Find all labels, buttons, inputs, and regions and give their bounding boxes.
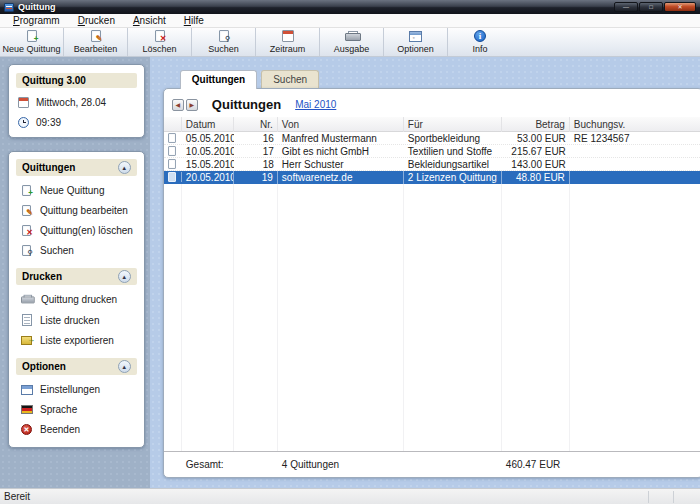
document-search-icon: ⚲ (20, 245, 33, 256)
sidebar-item-suchen[interactable]: ⚲ Suchen (20, 245, 133, 256)
menu-programm[interactable]: Programm (4, 15, 69, 26)
window-title: Quittung (18, 2, 56, 12)
column-buchungsv[interactable]: Buchungsv. (570, 117, 700, 132)
next-period-button[interactable]: ▶ (186, 99, 198, 111)
printer-icon (345, 30, 359, 43)
maximize-button[interactable]: □ (639, 2, 663, 12)
column-icon (164, 117, 182, 132)
status-bar: Bereit (0, 488, 700, 504)
menu-hilfe[interactable]: Hilfe (175, 15, 213, 26)
german-flag-icon (20, 405, 33, 414)
printer-icon (20, 294, 34, 305)
main-area: Quittungen Suchen ◀ ▶ Quittungen Mai 201… (150, 57, 700, 488)
document-plus-icon: + (20, 185, 33, 196)
window-controls: — □ ✕ (614, 2, 696, 12)
total-amount: 460.47 EUR (502, 459, 570, 470)
column-fuer[interactable]: Für (404, 117, 502, 132)
receipt-count: 4 Quittungen (278, 459, 404, 470)
options-window-icon (409, 30, 423, 43)
navigation-panel: Quittungen ▲ + Neue Quittung ✎ Quittung … (8, 151, 145, 448)
content-area: Quittung 3.00 Mittwoch, 28.04 09:39 Quit… (0, 57, 700, 488)
document-plus-icon: + (25, 30, 39, 43)
sidebar-item-sprache[interactable]: Sprache (20, 404, 133, 415)
group-drucken: Drucken ▲ Quittung drucken Liste drucken… (16, 268, 137, 346)
toolbar: + Neue Quittung ✎ Bearbeiten ✕ Löschen ⚲… (0, 28, 700, 57)
period-link[interactable]: Mai 2010 (295, 99, 336, 110)
column-datum[interactable]: Datum (182, 117, 234, 132)
tab-suchen[interactable]: Suchen (261, 70, 319, 89)
sidebar-item-einstellungen[interactable]: Einstellungen (20, 384, 133, 395)
panel-title: Quittungen (212, 97, 281, 112)
table-row[interactable]: 10.05.2010 17 Gibt es nicht GmbH Textili… (164, 145, 700, 158)
table-footer: Gesamt: 4 Quittungen 460.47 EUR (164, 451, 700, 477)
column-betrag[interactable]: Betrag (502, 117, 570, 132)
collapse-button[interactable]: ▲ (118, 270, 131, 283)
app-icon (4, 3, 14, 12)
toolbar-output-button[interactable]: Ausgabe (320, 28, 384, 56)
document-search-icon: ⚲ (217, 30, 231, 43)
calendar-icon (18, 97, 29, 108)
previous-period-button[interactable]: ◀ (172, 99, 184, 111)
info-panel: Quittung 3.00 Mittwoch, 28.04 09:39 (8, 64, 145, 138)
statusbar-divider (648, 491, 649, 503)
panel-header: ◀ ▶ Quittungen Mai 2010 (164, 89, 700, 117)
group-optionen: Optionen ▲ Einstellungen Sprache ✕ Beend… (16, 358, 137, 435)
app-window: Quittung — □ ✕ Programm Drucken Ansicht … (0, 0, 700, 504)
document-edit-icon: ✎ (20, 205, 33, 216)
sidebar-item-quittung-drucken[interactable]: Quittung drucken (20, 294, 133, 305)
sidebar-item-liste-exportieren[interactable]: Liste exportieren (20, 335, 133, 346)
export-icon (20, 336, 33, 345)
toolbar-edit-button[interactable]: ✎ Bearbeiten (64, 28, 128, 56)
table-row-selected[interactable]: 20.05.2010 19 softwarenetz.de 2 Lizenzen… (164, 171, 700, 184)
minimize-button[interactable]: — (614, 2, 638, 12)
title-bar: Quittung — □ ✕ (0, 0, 700, 14)
sidebar-item-beenden[interactable]: ✕ Beenden (20, 424, 133, 435)
collapse-button[interactable]: ▲ (118, 360, 131, 373)
calendar-icon (281, 30, 295, 43)
sidebar-item-quittungen-loeschen[interactable]: ✕ Quittung(en) löschen (20, 225, 133, 236)
group-quittungen: Quittungen ▲ + Neue Quittung ✎ Quittung … (16, 159, 137, 256)
toolbar-period-button[interactable]: Zeitraum (256, 28, 320, 56)
table-row[interactable]: 05.05.2010 16 Manfred Mustermann Sportbe… (164, 132, 700, 145)
close-button[interactable]: ✕ (664, 2, 696, 12)
menu-bar: Programm Drucken Ansicht Hilfe (0, 14, 700, 28)
current-time: 09:39 (36, 117, 61, 128)
info-panel-header: Quittung 3.00 (16, 73, 137, 88)
table-header: Datum Nr. Von Für Betrag Buchungsv. (164, 117, 700, 132)
clock-icon (18, 117, 29, 128)
sidebar: Quittung 3.00 Mittwoch, 28.04 09:39 Quit… (0, 57, 150, 488)
document-delete-icon: ✕ (20, 225, 33, 236)
info-icon: i (473, 30, 487, 43)
settings-window-icon (20, 385, 33, 395)
time-row: 09:39 (18, 117, 135, 128)
collapse-button[interactable]: ▲ (118, 161, 131, 174)
tab-quittungen[interactable]: Quittungen (180, 70, 257, 89)
date-row: Mittwoch, 28.04 (18, 97, 135, 108)
quit-icon: ✕ (20, 424, 33, 435)
receipt-doc-icon (168, 172, 176, 182)
receipt-doc-icon (168, 159, 176, 169)
table-row[interactable]: 15.05.2010 18 Herr Schuster Bekleidungsa… (164, 158, 700, 171)
toolbar-delete-button[interactable]: ✕ Löschen (128, 28, 192, 56)
toolbar-search-button[interactable]: ⚲ Suchen (192, 28, 256, 56)
toolbar-new-receipt-button[interactable]: + Neue Quittung (0, 28, 64, 56)
column-von[interactable]: Von (278, 117, 404, 132)
group-quittungen-header: Quittungen ▲ (16, 159, 137, 176)
total-label: Gesamt: (182, 459, 234, 470)
toolbar-options-button[interactable]: Optionen (384, 28, 448, 56)
status-text: Bereit (4, 491, 30, 502)
receipt-doc-icon (168, 146, 176, 156)
receipt-doc-icon (168, 133, 176, 143)
menu-ansicht[interactable]: Ansicht (124, 15, 175, 26)
app-version-label: Quittung 3.00 (22, 75, 86, 86)
sidebar-item-liste-drucken[interactable]: Liste drucken (20, 314, 133, 326)
sidebar-item-neue-quittung[interactable]: + Neue Quittung (20, 185, 133, 196)
sidebar-item-quittung-bearbeiten[interactable]: ✎ Quittung bearbeiten (20, 205, 133, 216)
tab-bar: Quittungen Suchen (163, 57, 700, 88)
current-date: Mittwoch, 28.04 (36, 97, 106, 108)
document-lines-icon (20, 314, 33, 326)
column-nr[interactable]: Nr. (234, 117, 278, 132)
toolbar-info-button[interactable]: i Info (448, 28, 512, 56)
menu-drucken[interactable]: Drucken (69, 15, 124, 26)
receipts-panel: ◀ ▶ Quittungen Mai 2010 Datum Nr. Von Fü… (163, 88, 700, 478)
